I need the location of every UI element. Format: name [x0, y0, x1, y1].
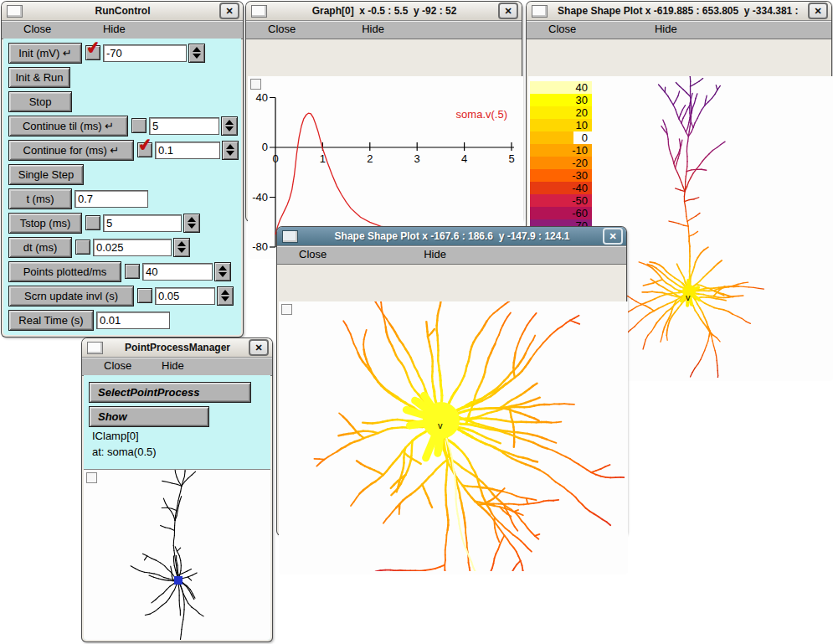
continue-til-checkbox[interactable] [131, 118, 147, 133]
graph-title: Graph[0] x -0.5 : 5.5 y -92 : 52 [272, 5, 496, 17]
spinner-up-icon [225, 120, 234, 125]
shape-large-titlebar[interactable]: Shape Shape Plot x -619.885 : 653.805 y … [527, 2, 831, 21]
menu-hide[interactable]: Hide [162, 359, 184, 372]
scene-menu-box-icon[interactable] [250, 79, 261, 90]
scrn-update-field[interactable] [155, 287, 215, 305]
dt-spinner[interactable] [173, 238, 190, 257]
scrn-update-button[interactable]: Scrn update invl (s) [8, 286, 134, 307]
colorbar-entry: 0 [530, 131, 592, 144]
continue-for-field[interactable] [155, 142, 220, 159]
scene-menu-box-icon[interactable] [86, 472, 97, 483]
points-plotted-button[interactable]: Points plotted/ms [8, 261, 121, 282]
window-runcontrol: RunControl ✕ Close Hide Init (mV) ↵ ✔ In… [2, 2, 243, 337]
menu-hide[interactable]: Hide [655, 23, 677, 35]
colorbar-entry: 10 [530, 119, 592, 131]
continue-til-button[interactable]: Continue til (ms) ↵ [8, 116, 128, 137]
colorbar-entry: 30 [530, 94, 592, 106]
soma-voltage-label: v [686, 292, 691, 302]
shape-zoom-titlebar[interactable]: Shape Shape Plot x -167.6 : 186.6 y -147… [277, 227, 626, 246]
row-t: t (ms) [8, 188, 241, 209]
menu-hide[interactable]: Hide [103, 23, 126, 35]
init-spinner[interactable] [188, 44, 205, 63]
continue-til-spinner[interactable] [221, 116, 238, 136]
tstop-checkbox[interactable] [85, 215, 100, 230]
window-menu-icon[interactable] [7, 5, 23, 18]
runcontrol-panel: Init (mV) ↵ ✔ Init & Run Stop Continue t… [3, 39, 241, 335]
points-plotted-spinner[interactable] [214, 262, 231, 281]
row-single-step: Single Step [8, 164, 241, 184]
row-scrn-update: Scrn update invl (s) [8, 286, 241, 306]
init-run-button[interactable]: Init & Run [8, 67, 70, 88]
continue-for-button[interactable]: Continue for (ms) ↵ [8, 140, 134, 161]
colorbar-entry: -10 [530, 144, 592, 157]
continue-for-checkbox[interactable]: ✔ [137, 142, 152, 157]
continue-for-spinner[interactable] [222, 141, 239, 160]
close-icon[interactable]: ✕ [603, 228, 623, 245]
tstop-button[interactable]: Tstop (ms) [8, 213, 82, 234]
window-menu-icon[interactable] [532, 5, 548, 18]
show-button[interactable]: Show [89, 406, 209, 427]
point-process-instance: IClamp[0] [84, 426, 270, 442]
scrn-update-checkbox[interactable] [137, 288, 152, 303]
spinner-down-icon [219, 272, 227, 277]
tstop-spinner[interactable] [183, 214, 200, 233]
spinner-down-icon [226, 151, 234, 156]
tstop-field[interactable] [103, 214, 182, 232]
t-field[interactable] [75, 190, 148, 208]
ppm-titlebar[interactable]: PointProcessManager ✕ [82, 338, 272, 358]
svg-text:-40: -40 [252, 191, 268, 204]
point-process-location: at: soma(0.5) [84, 442, 270, 458]
svg-text:0: 0 [262, 141, 268, 153]
real-time-field[interactable] [96, 312, 170, 329]
graph-titlebar[interactable]: Graph[0] x -0.5 : 5.5 y -92 : 52 ✕ [246, 2, 522, 21]
checkmark-icon: ✔ [85, 39, 101, 57]
ppm-menubar: Close Hide [82, 358, 272, 376]
shape-zoom-canvas[interactable]: v [279, 301, 628, 574]
single-step-button[interactable]: Single Step [8, 164, 84, 185]
stop-button[interactable]: Stop [8, 91, 72, 112]
scene-menu-box-icon[interactable] [281, 304, 292, 315]
menu-close[interactable]: Close [104, 359, 131, 372]
window-menu-icon[interactable] [87, 342, 103, 354]
row-continue-for: Continue for (ms) ↵ ✔ [8, 140, 241, 160]
scrn-update-spinner[interactable] [217, 286, 234, 306]
close-icon[interactable]: ✕ [219, 3, 239, 19]
ppm-shape-canvas[interactable] [84, 469, 270, 640]
dt-field[interactable] [93, 239, 172, 256]
menu-close[interactable]: Close [299, 248, 327, 260]
continue-til-field[interactable] [149, 117, 219, 135]
graph-menubar: Close Hide [246, 21, 522, 39]
t-button[interactable]: t (ms) [8, 188, 72, 209]
window-menu-icon[interactable] [251, 5, 267, 18]
desktop: RunControl ✕ Close Hide Init (mV) ↵ ✔ In… [0, 0, 833, 644]
close-icon[interactable]: ✕ [498, 3, 518, 19]
real-time-button[interactable]: Real Time (s) [8, 310, 94, 331]
points-plotted-checkbox[interactable] [125, 264, 140, 279]
window-menu-icon[interactable] [282, 230, 298, 243]
svg-text:0: 0 [272, 152, 278, 165]
menu-close[interactable]: Close [23, 23, 51, 35]
runcontrol-titlebar[interactable]: RunControl ✕ [2, 2, 243, 21]
dt-button[interactable]: dt (ms) [8, 237, 72, 258]
close-icon[interactable]: ✕ [249, 339, 269, 356]
init-checkbox[interactable]: ✔ [85, 45, 100, 60]
menu-hide[interactable]: Hide [362, 23, 384, 35]
dt-checkbox[interactable] [75, 240, 90, 255]
runcontrol-title: RunControl [28, 5, 218, 17]
menu-close[interactable]: Close [548, 23, 576, 35]
svg-text:2: 2 [367, 152, 373, 165]
close-icon[interactable]: ✕ [808, 3, 828, 19]
menu-hide[interactable]: Hide [424, 248, 446, 260]
row-stop: Stop [8, 91, 241, 111]
init-field[interactable] [103, 44, 187, 62]
shape-zoom-title: Shape Shape Plot x -167.6 : 186.6 y -147… [303, 230, 601, 242]
soma-voltage-label: v [438, 420, 443, 430]
init-button[interactable]: Init (mV) ↵ [8, 43, 82, 64]
menu-close[interactable]: Close [268, 23, 296, 35]
runcontrol-menubar: Close Hide [2, 21, 243, 39]
select-point-process-button[interactable]: SelectPointProcess [89, 382, 251, 403]
points-plotted-field[interactable] [142, 263, 213, 281]
voltage-colorbar: 403020100-10-20-30-40-50-60-70-80 [530, 81, 592, 245]
svg-text:3: 3 [414, 152, 420, 165]
colorbar-entry: -30 [530, 169, 592, 182]
